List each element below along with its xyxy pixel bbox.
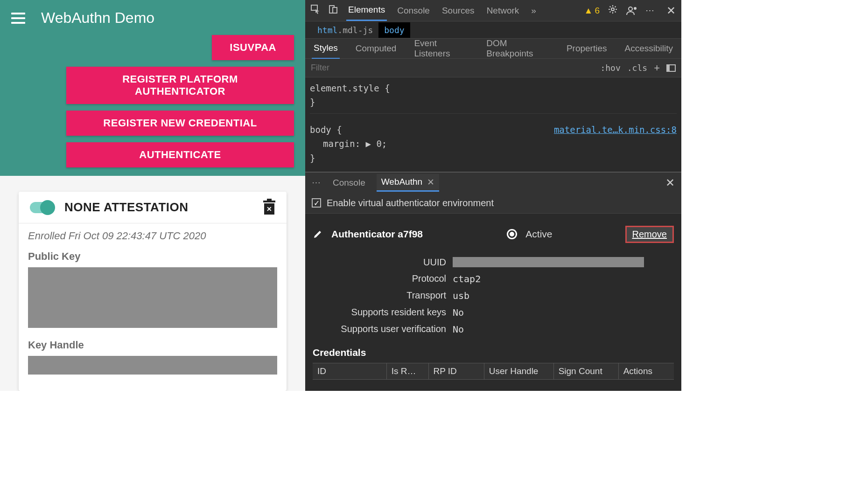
styles-filter-row: :hov .cls + [305,59,681,77]
protocol-label: Protocol [313,273,453,284]
tab-network[interactable]: Network [485,1,521,21]
trash-icon[interactable]: ✕ [263,201,275,215]
col-user-handle[interactable]: User Handle [484,363,554,379]
warning-badge[interactable]: ▲ 6 [584,6,600,16]
col-sign-count[interactable]: Sign Count [554,363,619,379]
col-id[interactable]: ID [313,363,387,379]
account-icon[interactable] [626,6,637,16]
svg-point-5 [634,7,637,10]
public-key-value [28,267,277,328]
transport-value: usb [453,290,469,301]
hov-toggle[interactable]: :hov [600,63,620,73]
pencil-icon[interactable] [313,229,323,239]
tabs-overflow[interactable]: » [529,1,538,21]
authenticator-name: Authenticator a7f98 [331,229,423,240]
enable-virtual-auth-row: ✓ Enable virtual authenticator environme… [305,193,681,214]
styles-filter-input[interactable] [311,63,594,73]
breadcrumb-html[interactable]: html.mdl-js [312,22,378,38]
gear-icon[interactable] [608,5,617,16]
demo-app-pane: WebAuthn Demo ISUVPAA REGISTER PLATFORM … [0,0,305,391]
source-link[interactable]: material.te…k.min.css:8 [554,123,677,137]
cls-toggle[interactable]: .cls [627,63,647,73]
attestation-title: NONE ATTESTATION [64,200,253,215]
svg-point-3 [611,8,614,11]
subtab-accessibility[interactable]: Accessibility [623,39,675,58]
breadcrumb-body[interactable]: body [378,22,410,38]
svg-rect-0 [311,5,317,10]
margin-declaration[interactable]: margin: ▶ 0; [310,137,677,151]
tab-sources[interactable]: Sources [440,1,476,21]
attestation-card: NONE ATTESTATION ✕ Enrolled Fri Oct 09 2… [19,192,287,391]
app-title: WebAuthn Demo [41,9,154,27]
col-rp-id[interactable]: RP ID [429,363,484,379]
credentials-table-header: ID Is R… RP ID User Handle Sign Count Ac… [313,363,674,380]
subtab-computed[interactable]: Computed [354,39,399,58]
uuid-value [453,257,644,267]
uuid-label: UUID [313,257,453,268]
toggle-sidebar-icon[interactable] [666,64,676,72]
key-handle-value [28,356,277,375]
subtab-properties[interactable]: Properties [565,39,609,58]
drawer-tab-console[interactable]: Console [331,173,367,193]
tab-elements[interactable]: Elements [346,0,387,21]
protocol-value: ctap2 [453,273,481,285]
tab-console[interactable]: Console [395,1,432,21]
active-radio[interactable] [507,229,517,239]
subtab-styles[interactable]: Styles [312,38,340,59]
col-is-resident[interactable]: Is R… [387,363,429,379]
app-header: WebAuthn Demo ISUVPAA REGISTER PLATFORM … [0,0,305,176]
user-verification-label: Supports user verification [313,324,453,334]
drawer-tab-webauthn-label: WebAuthn [381,177,422,187]
body-rule[interactable]: material.te…k.min.css:8 body { [310,123,677,137]
css-brace: } [310,95,677,109]
isuvpaa-button[interactable]: ISUVPAA [212,35,294,60]
register-new-credential-button[interactable]: REGISTER NEW CREDENTIAL [66,111,294,136]
kebab-icon[interactable]: ⋯ [645,5,655,16]
resident-keys-value: No [453,307,464,318]
svg-point-4 [629,7,632,11]
new-style-rule-icon[interactable]: + [654,62,660,74]
enrolled-text: Enrolled Fri Oct 09 22:43:47 UTC 2020 [28,230,277,242]
element-style-rule[interactable]: element.style { [310,81,677,95]
close-icon[interactable]: ✕ [666,4,676,17]
warning-count: 6 [595,6,600,16]
register-platform-button[interactable]: REGISTER PLATFORM AUTHENTICATOR [66,67,294,104]
col-actions[interactable]: Actions [619,363,674,379]
resident-keys-label: Supports resident keys [313,307,453,318]
drawer-tab-webauthn[interactable]: WebAuthn ✕ [377,174,439,192]
public-key-label: Public Key [28,250,277,263]
drawer-tabs: ⋯ Console WebAuthn ✕ ✕ [305,172,681,193]
svg-rect-2 [333,7,337,13]
css-pane: element.style { } material.te…k.min.css:… [305,77,681,169]
authenticate-button[interactable]: AUTHENTICATE [66,142,294,167]
css-brace: } [310,151,677,165]
active-label: Active [525,229,552,240]
user-verification-value: No [453,324,464,335]
attestation-toggle[interactable] [30,202,54,213]
devtools-top-bar: Elements Console Sources Network » ▲ 6 ⋯… [305,0,681,21]
inspect-icon[interactable] [311,5,320,16]
device-icon[interactable] [329,5,338,16]
enable-virtual-auth-checkbox[interactable]: ✓ [312,198,321,208]
styles-subtabs: Styles Computed Event Listeners DOM Brea… [305,38,681,59]
transport-label: Transport [313,290,453,301]
key-handle-label: Key Handle [28,339,277,351]
drawer-menu-icon[interactable]: ⋯ [312,177,322,188]
close-tab-icon[interactable]: ✕ [427,177,434,188]
enable-virtual-auth-label: Enable virtual authenticator environment [327,198,494,208]
authenticator-section: Authenticator a7f98 Active Remove UUID P… [305,214,681,384]
remove-button[interactable]: Remove [625,226,674,243]
menu-icon[interactable] [11,13,25,24]
devtools-pane: Elements Console Sources Network » ▲ 6 ⋯… [305,0,681,391]
credentials-title: Credentials [313,347,674,358]
drawer-close-icon[interactable]: ✕ [665,176,675,189]
